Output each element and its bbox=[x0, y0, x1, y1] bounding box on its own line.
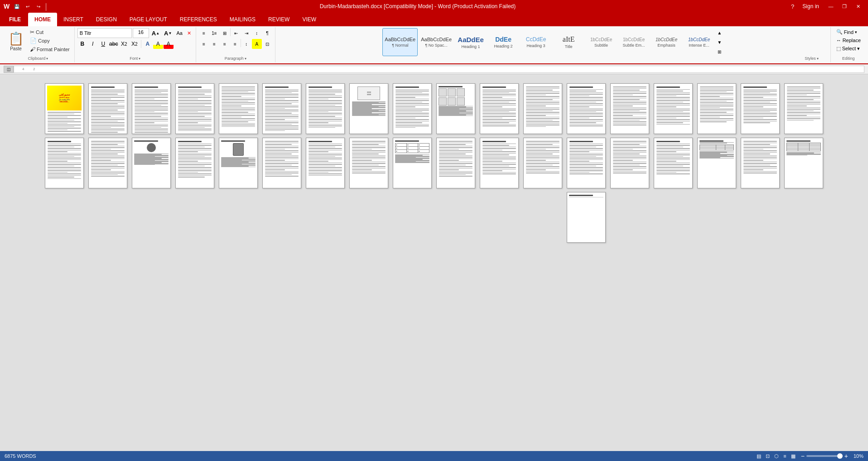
style-heading3[interactable]: CcDdEe Heading 3 bbox=[520, 28, 552, 56]
style-normal[interactable]: AaBbCcDdEe ¶ Normal bbox=[382, 28, 418, 56]
page-thumb-26[interactable] bbox=[349, 138, 388, 188]
page-thumb-4[interactable] bbox=[175, 83, 214, 134]
increase-font-btn[interactable]: A▲ bbox=[150, 28, 161, 38]
page-thumb-13[interactable] bbox=[567, 83, 606, 134]
shading-btn[interactable]: A bbox=[252, 39, 262, 49]
style-subtle-em[interactable]: 1bCcDdEe Subtle Em... bbox=[618, 28, 650, 56]
page-thumb-15[interactable] bbox=[654, 83, 693, 134]
paste-button[interactable]: 📋 Paste bbox=[5, 28, 27, 54]
tab-page-layout[interactable]: PAGE LAYOUT bbox=[123, 13, 174, 26]
close-btn[interactable]: ✕ bbox=[852, 2, 864, 11]
zoom-slider[interactable] bbox=[806, 455, 843, 457]
help-icon[interactable]: ? bbox=[788, 3, 797, 10]
increase-indent-btn[interactable]: ⇥ bbox=[241, 28, 251, 38]
page-thumb-19[interactable] bbox=[45, 138, 84, 188]
sort-btn[interactable]: ↕ bbox=[252, 28, 262, 38]
change-case-btn[interactable]: Aa bbox=[174, 28, 184, 38]
style-intense-e[interactable]: 1bCcDdEe Intense E... bbox=[683, 28, 715, 56]
align-center-btn[interactable]: ≡ bbox=[209, 39, 219, 49]
style-emphasis[interactable]: 1bCcDdEe Emphasis bbox=[651, 28, 682, 56]
full-reading-btn[interactable]: ⊡ bbox=[764, 453, 772, 459]
style-title[interactable]: aItE Title bbox=[553, 28, 584, 56]
page-thumb-35[interactable] bbox=[741, 138, 780, 188]
format-painter-button[interactable]: 🖌 Format Painter bbox=[28, 45, 72, 53]
page-thumb-27[interactable]: ⊞ ⊞ ⊞ ⊞ ⊞ ⊞ ⊞ ⊞ ⊞ bbox=[393, 138, 432, 188]
font-size-input[interactable]: 16 bbox=[133, 28, 149, 38]
page-thumb-30[interactable] bbox=[523, 138, 562, 188]
page-thumb-2[interactable] bbox=[88, 83, 127, 134]
page-thumb-33[interactable] bbox=[654, 138, 693, 188]
ruler-toggle-btn[interactable]: ◫ bbox=[4, 66, 14, 73]
page-thumb-34[interactable] bbox=[697, 138, 736, 188]
text-effects-btn[interactable]: A bbox=[143, 39, 153, 49]
bullets-btn[interactable]: ≡ bbox=[199, 28, 209, 38]
show-marks-btn[interactable]: ¶ bbox=[262, 28, 272, 38]
decrease-font-btn[interactable]: A▼ bbox=[162, 28, 174, 38]
line-spacing-btn[interactable]: ↕ bbox=[241, 39, 251, 49]
minimize-btn[interactable]: — bbox=[825, 2, 837, 11]
styles-expand-icon[interactable]: ▾ bbox=[817, 57, 819, 61]
page-thumb-23[interactable] bbox=[219, 138, 258, 188]
strikethrough-btn[interactable]: abc bbox=[109, 39, 119, 49]
copy-button[interactable]: 📄 Copy bbox=[28, 37, 72, 45]
quick-redo-btn[interactable]: ↪ bbox=[34, 2, 43, 11]
page-thumb-32[interactable] bbox=[610, 138, 649, 188]
restore-btn[interactable]: ❐ bbox=[838, 2, 851, 11]
zoom-level[interactable]: 10% bbox=[850, 453, 863, 459]
bold-btn[interactable]: B bbox=[77, 39, 87, 49]
multilevel-btn[interactable]: ⊞ bbox=[220, 28, 230, 38]
styles-expand-btn[interactable]: ⊞ bbox=[716, 47, 723, 56]
page-thumb-11[interactable] bbox=[480, 83, 519, 134]
page-thumb-10[interactable] bbox=[436, 83, 475, 134]
replace-btn[interactable]: ↔ Replace bbox=[834, 37, 863, 44]
tab-insert[interactable]: INSERT bbox=[57, 13, 90, 26]
quick-save-btn[interactable]: 💾 bbox=[12, 2, 21, 11]
page-thumb-3[interactable] bbox=[132, 83, 171, 134]
select-btn[interactable]: ⬚ Select ▾ bbox=[834, 45, 863, 53]
decrease-indent-btn[interactable]: ⇤ bbox=[231, 28, 241, 38]
justify-btn[interactable]: ≡ bbox=[230, 39, 240, 49]
zoom-out-btn[interactable]: − bbox=[801, 452, 805, 460]
outline-view-btn[interactable]: ≡ bbox=[781, 453, 788, 459]
page-thumb-1[interactable]: تحقیق آنلاین مرجع دانشجو با کاترین قیمت … bbox=[45, 83, 84, 134]
web-layout-btn[interactable]: ⬡ bbox=[772, 453, 781, 459]
page-thumb-25[interactable] bbox=[306, 138, 345, 188]
page-thumb-22[interactable] bbox=[175, 138, 214, 188]
tab-file[interactable]: FILE bbox=[2, 13, 28, 26]
page-thumb-7[interactable] bbox=[306, 83, 345, 134]
page-thumb-17[interactable] bbox=[741, 83, 780, 134]
page-thumb-14[interactable] bbox=[610, 83, 649, 134]
page-thumb-5[interactable] bbox=[219, 83, 258, 134]
superscript-btn[interactable]: X2 bbox=[130, 39, 140, 49]
page-thumb-31[interactable] bbox=[567, 138, 606, 188]
style-subtitle[interactable]: 1bCcDdEe Subtitle bbox=[585, 28, 617, 56]
cut-button[interactable]: ✂ Cut bbox=[28, 28, 72, 36]
page-thumb-9[interactable] bbox=[393, 83, 432, 134]
numbering-btn[interactable]: 1≡ bbox=[209, 28, 219, 38]
underline-btn[interactable]: U bbox=[98, 39, 108, 49]
page-thumb-28[interactable] bbox=[436, 138, 475, 188]
page-thumb-12[interactable] bbox=[523, 83, 562, 134]
tab-view[interactable]: VIEW bbox=[296, 13, 323, 26]
style-heading2[interactable]: DdEe Heading 2 bbox=[487, 28, 519, 56]
clear-format-btn[interactable]: ✕ bbox=[185, 28, 193, 38]
align-right-btn[interactable]: ≡ bbox=[220, 39, 230, 49]
page-thumb-18[interactable] bbox=[784, 83, 823, 134]
print-layout-btn[interactable]: ▤ bbox=[755, 453, 763, 459]
page-thumb-24[interactable] bbox=[262, 138, 301, 188]
font-name-dropdown[interactable]: B Titr bbox=[77, 28, 132, 38]
tab-mailings[interactable]: MAILINGS bbox=[223, 13, 262, 26]
page-thumb-21[interactable] bbox=[132, 138, 171, 188]
zoom-in-btn[interactable]: + bbox=[844, 452, 848, 460]
font-color-btn[interactable]: A bbox=[164, 39, 174, 49]
style-no-spacing[interactable]: AaBbCcDdEe ¶ No Spac... bbox=[419, 28, 454, 56]
style-heading1[interactable]: AaDdEe Heading 1 bbox=[455, 28, 487, 56]
paragraph-expand-icon[interactable]: ▾ bbox=[245, 57, 246, 61]
align-left-btn[interactable]: ≡ bbox=[199, 39, 209, 49]
signin-btn[interactable]: Sign in bbox=[799, 3, 823, 10]
page-thumb-20[interactable] bbox=[88, 138, 127, 188]
borders-btn[interactable]: ⊡ bbox=[262, 39, 272, 49]
page-thumb-36[interactable] bbox=[784, 138, 823, 188]
italic-btn[interactable]: I bbox=[88, 39, 98, 49]
tab-design[interactable]: DESIGN bbox=[90, 13, 123, 26]
